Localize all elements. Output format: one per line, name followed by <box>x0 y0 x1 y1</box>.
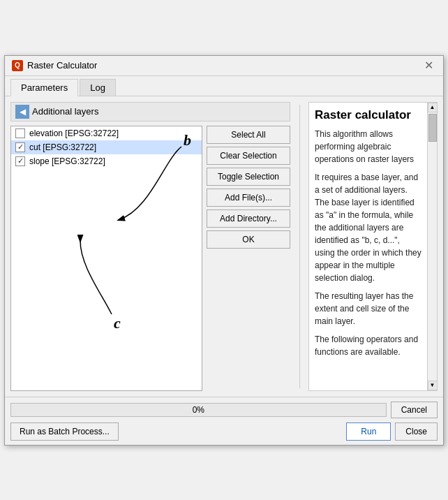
progress-bar-container: 0% <box>10 403 387 417</box>
clear-selection-button[interactable]: Clear Selection <box>207 147 290 165</box>
content-area: ◀ Additional layers <box>5 96 443 397</box>
select-all-button[interactable]: Select All <box>207 126 290 144</box>
help-scrollbar[interactable]: ▲ ▼ <box>427 103 437 390</box>
add-files-button[interactable]: Add File(s)... <box>207 189 290 207</box>
run-button[interactable]: Run <box>346 422 391 441</box>
help-title: Raster calculator <box>315 108 421 122</box>
action-row: Run as Batch Process... Run Close <box>10 422 438 441</box>
close-dialog-button[interactable]: Close <box>395 422 438 441</box>
layer-checkbox-elevation[interactable] <box>15 128 25 138</box>
left-panel: ◀ Additional layers <box>10 102 290 391</box>
help-para-2: It requires a base layer, and a set of a… <box>315 171 421 284</box>
section-title: Additional layers <box>32 106 98 117</box>
layer-name-cut: cut [EPSG:32722] <box>29 142 96 152</box>
help-para-3: The resulting layer has the extent and c… <box>315 290 421 328</box>
cancel-button[interactable]: Cancel <box>391 402 438 418</box>
tab-log[interactable]: Log <box>80 79 116 96</box>
add-directory-button[interactable]: Add Directory... <box>207 209 290 228</box>
scroll-down-arrow[interactable]: ▼ <box>428 381 438 390</box>
raster-calculator-dialog: Q Raster Calculator ✕ Parameters Log ◀ A… <box>4 55 444 446</box>
app-icon: Q <box>12 60 23 71</box>
back-arrow-button[interactable]: ◀ <box>15 105 29 119</box>
layer-checkbox-slope[interactable]: ✓ <box>15 156 25 166</box>
layer-item-elevation[interactable]: elevation [EPSG:32722] <box>11 126 202 140</box>
window-title: Raster Calculator <box>27 60 97 71</box>
scroll-up-arrow[interactable]: ▲ <box>428 103 438 112</box>
help-content: Raster calculator This algorithm allows … <box>309 103 427 390</box>
toggle-selection-button[interactable]: Toggle Selection <box>207 168 290 186</box>
title-bar: Q Raster Calculator ✕ <box>5 56 443 76</box>
section-header: ◀ Additional layers <box>10 102 290 122</box>
help-text: This algorithm allows performing algebra… <box>315 128 421 358</box>
scroll-thumb[interactable] <box>428 114 437 142</box>
progress-row: 0% Cancel <box>10 402 438 418</box>
layer-name-slope: slope [EPSG:32722] <box>29 156 105 166</box>
title-bar-left: Q Raster Calculator <box>12 60 97 71</box>
panel-divider <box>294 102 304 391</box>
tab-bar: Parameters Log <box>5 76 443 96</box>
run-as-batch-button[interactable]: Run as Batch Process... <box>10 422 119 441</box>
layer-item-cut[interactable]: ✓ cut [EPSG:32722] <box>11 140 202 154</box>
layer-buttons: Select All Clear Selection Toggle Select… <box>207 126 290 391</box>
bottom-bar: 0% Cancel Run as Batch Process... Run Cl… <box>5 397 443 445</box>
main-row: b c elevation [EPSG:32722] ✓ cut [EPSG:3… <box>10 126 290 391</box>
window-close-button[interactable]: ✕ <box>421 60 436 71</box>
help-para-1: This algorithm allows performing algebra… <box>315 128 421 166</box>
ok-button[interactable]: OK <box>207 230 290 249</box>
help-para-4: The following operators and functions ar… <box>315 333 421 358</box>
help-panel: Raster calculator This algorithm allows … <box>308 102 438 391</box>
layer-checkbox-cut[interactable]: ✓ <box>15 142 25 152</box>
help-panel-inner: Raster calculator This algorithm allows … <box>309 103 437 390</box>
tab-parameters[interactable]: Parameters <box>10 79 78 96</box>
layer-list: elevation [EPSG:32722] ✓ cut [EPSG:32722… <box>10 126 202 391</box>
layer-name-elevation: elevation [EPSG:32722] <box>29 128 119 138</box>
layer-item-slope[interactable]: ✓ slope [EPSG:32722] <box>11 154 202 168</box>
progress-label: 0% <box>193 405 204 415</box>
